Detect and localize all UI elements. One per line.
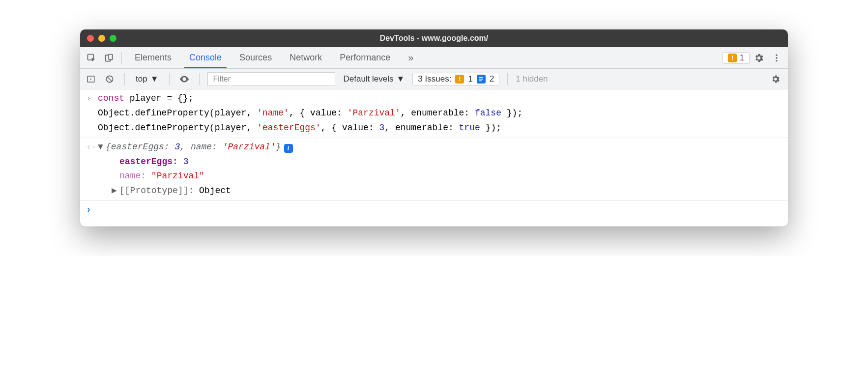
tab-sources[interactable]: Sources (231, 47, 281, 68)
warning-icon: ! (455, 75, 464, 84)
separator (124, 73, 125, 85)
warnings-badge[interactable]: ! 1 (723, 52, 750, 64)
toggle-sidebar-icon[interactable] (84, 71, 98, 87)
chevron-down-icon: ▼ (397, 74, 405, 84)
panel-tabs: Elements Console Sources Network Perform… (126, 47, 422, 68)
object-prototype-row[interactable]: ▶[[Prototype]]: Object (80, 184, 788, 198)
prompt-chevron-icon: › (86, 92, 98, 106)
separator (169, 73, 170, 85)
window-title: DevTools - www.google.com/ (80, 34, 788, 43)
devtools-window: DevTools - www.google.com/ Elements Cons… (80, 29, 788, 226)
console-prompt[interactable]: › (80, 203, 788, 218)
issues-button[interactable]: 3 Issues: ! 1 2 (412, 73, 499, 85)
warning-count: 1 (740, 54, 744, 62)
tabs-overflow-button[interactable]: » (399, 47, 422, 68)
close-window-button[interactable] (87, 35, 94, 42)
clear-console-icon[interactable] (103, 71, 116, 87)
console-input-row[interactable]: Object.defineProperty(player, 'easterEgg… (80, 121, 788, 136)
issues-info-count: 2 (490, 74, 494, 84)
device-toolbar-icon[interactable] (101, 50, 117, 66)
result-chevron-icon: ‹· (86, 140, 98, 154)
console-input-row[interactable]: › const player = {}; (80, 91, 788, 106)
separator (121, 52, 122, 64)
separator (80, 200, 788, 201)
maximize-window-button[interactable] (110, 35, 116, 42)
expand-triangle-icon[interactable]: ▼ (98, 140, 105, 154)
console-input-row[interactable]: Object.defineProperty(player, 'name', { … (80, 106, 788, 121)
code-line: const player = {}; (98, 92, 782, 106)
separator (199, 73, 200, 85)
context-selector[interactable]: top ▼ (133, 73, 161, 85)
settings-gear-icon[interactable] (751, 50, 767, 66)
svg-point-5 (776, 60, 777, 61)
console-toolbar: top ▼ Default levels ▼ 3 Issues: ! 1 2 1… (80, 69, 788, 89)
chevron-down-icon: ▼ (150, 74, 159, 84)
object-info-icon[interactable]: i (284, 144, 293, 153)
console-output: › const player = {}; Object.defineProper… (80, 89, 788, 226)
code-line: Object.defineProperty(player, 'name', { … (98, 107, 782, 120)
object-property: name: "Parzival" (98, 169, 782, 183)
inspect-element-icon[interactable] (83, 50, 100, 66)
svg-line-8 (107, 77, 112, 82)
tab-network[interactable]: Network (281, 47, 331, 68)
separator (507, 73, 508, 85)
object-property-row[interactable]: name: "Parzival" (80, 169, 788, 184)
issues-label: 3 Issues: (418, 74, 451, 84)
info-icon (477, 75, 486, 84)
tab-console[interactable]: Console (180, 47, 231, 68)
titlebar: DevTools - www.google.com/ (80, 29, 788, 47)
tab-performance[interactable]: Performance (331, 47, 399, 68)
live-expression-eye-icon[interactable] (177, 71, 191, 87)
levels-label: Default levels (343, 74, 393, 84)
object-prototype: ▶[[Prototype]]: Object (98, 184, 782, 198)
main-tabbar: Elements Console Sources Network Perform… (80, 47, 788, 69)
code-line: Object.defineProperty(player, 'easterEgg… (98, 121, 782, 135)
svg-point-4 (776, 57, 777, 58)
object-property: easterEggs: 3 (98, 155, 782, 169)
object-summary[interactable]: ▼{easterEggs: 3, name: 'Parzival'}i (98, 140, 782, 154)
log-levels-selector[interactable]: Default levels ▼ (340, 73, 407, 85)
collapse-triangle-icon[interactable]: ▶ (112, 184, 118, 198)
minimize-window-button[interactable] (98, 35, 105, 42)
hidden-count: 1 hidden (516, 74, 548, 84)
separator (80, 138, 788, 138)
console-settings-gear-icon[interactable] (767, 71, 784, 87)
window-controls (87, 35, 116, 42)
svg-rect-2 (109, 54, 113, 59)
console-result-row[interactable]: ‹· ▼{easterEggs: 3, name: 'Parzival'}i (80, 140, 788, 155)
svg-point-3 (776, 54, 777, 56)
warning-icon: ! (728, 54, 737, 62)
context-label: top (136, 74, 147, 84)
filter-input[interactable] (207, 72, 335, 86)
object-property-row[interactable]: easterEggs: 3 (80, 155, 788, 169)
kebab-menu-icon[interactable] (768, 50, 785, 66)
issues-warn-count: 1 (468, 74, 472, 84)
prompt-chevron-icon: › (86, 203, 98, 217)
tab-elements[interactable]: Elements (126, 47, 180, 68)
